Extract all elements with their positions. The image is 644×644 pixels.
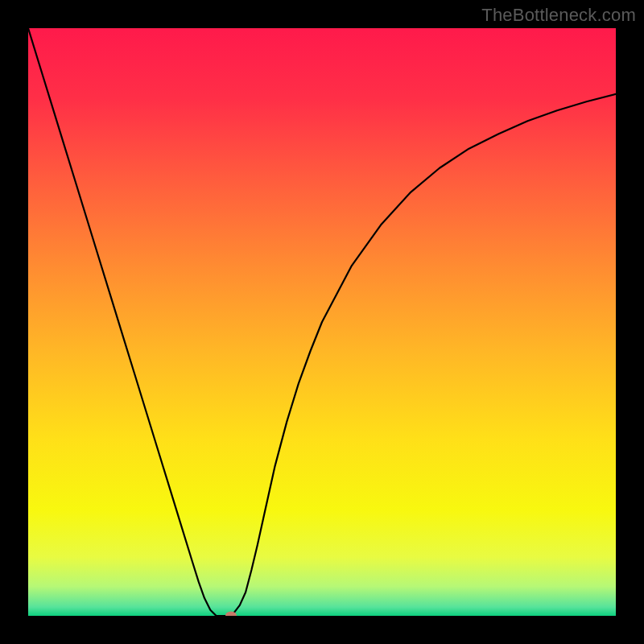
- bottleneck-curve: [28, 28, 616, 616]
- watermark-text: TheBottleneck.com: [481, 5, 636, 26]
- plot-area: [28, 28, 616, 616]
- score-marker: [225, 612, 237, 617]
- chart-frame: TheBottleneck.com: [0, 0, 644, 644]
